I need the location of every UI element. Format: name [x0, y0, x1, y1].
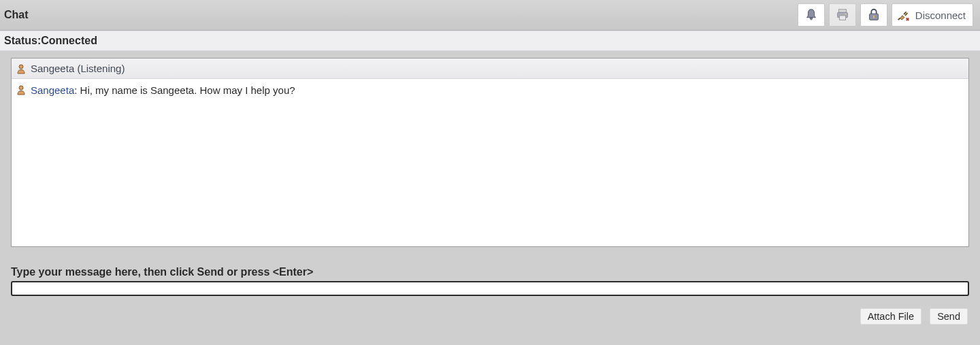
status-value: Connected — [41, 35, 97, 47]
print-button[interactable] — [829, 3, 856, 27]
chat-message: Sangeeta: Hi, my name is Sangeeta. How m… — [12, 79, 968, 100]
banner-agent-name: Sangeeta — [31, 63, 74, 74]
svg-rect-2 — [839, 16, 845, 20]
banner-state: (Listening) — [74, 63, 125, 74]
svg-rect-5 — [873, 16, 875, 18]
lock-icon — [866, 7, 881, 22]
disconnect-label: Disconnect — [915, 10, 966, 21]
input-label: Type your message here, then click Send … — [11, 266, 969, 278]
attach-file-button[interactable]: Attach File — [860, 308, 922, 325]
message-input[interactable] — [11, 281, 969, 296]
plug-icon — [896, 7, 911, 24]
window-title: Chat — [4, 9, 29, 21]
svg-point-3 — [845, 14, 846, 15]
svg-rect-0 — [838, 10, 846, 13]
person-icon — [16, 84, 27, 95]
svg-point-7 — [19, 86, 23, 90]
status-bar: Status: Connected — [0, 31, 980, 51]
agent-status-banner: Sangeeta (Listening) — [12, 59, 968, 79]
status-prefix: Status: — [4, 35, 41, 47]
svg-point-6 — [19, 65, 23, 69]
chat-transcript: Sangeeta (Listening) Sangeeta: Hi, my na… — [11, 58, 969, 247]
secure-button[interactable] — [860, 3, 887, 27]
bottom-actions: Attach File Send — [0, 296, 980, 325]
toolbar: Disconnect — [798, 3, 973, 27]
person-icon — [16, 63, 27, 74]
message-body: Hi, my name is Sangeeta. How may I help … — [80, 84, 295, 96]
send-button[interactable]: Send — [930, 308, 968, 325]
message-separator: : — [74, 84, 80, 96]
header-bar: Chat — [0, 0, 980, 31]
sound-button[interactable] — [798, 3, 825, 27]
printer-icon — [835, 7, 850, 22]
message-sender: Sangeeta — [31, 84, 74, 96]
input-wrapper — [11, 281, 969, 296]
bell-icon — [804, 7, 819, 22]
disconnect-button[interactable]: Disconnect — [892, 3, 973, 27]
